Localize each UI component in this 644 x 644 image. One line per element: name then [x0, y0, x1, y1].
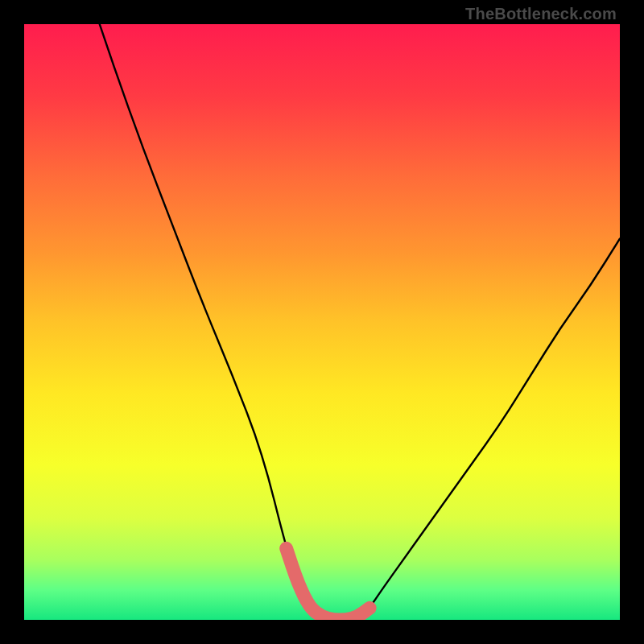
chart-frame: TheBottleneck.com: [0, 0, 644, 644]
plot-area: [24, 24, 620, 620]
watermark-text: TheBottleneck.com: [465, 5, 617, 23]
bottleneck-chart: [24, 24, 620, 620]
gradient-background: [24, 24, 620, 620]
